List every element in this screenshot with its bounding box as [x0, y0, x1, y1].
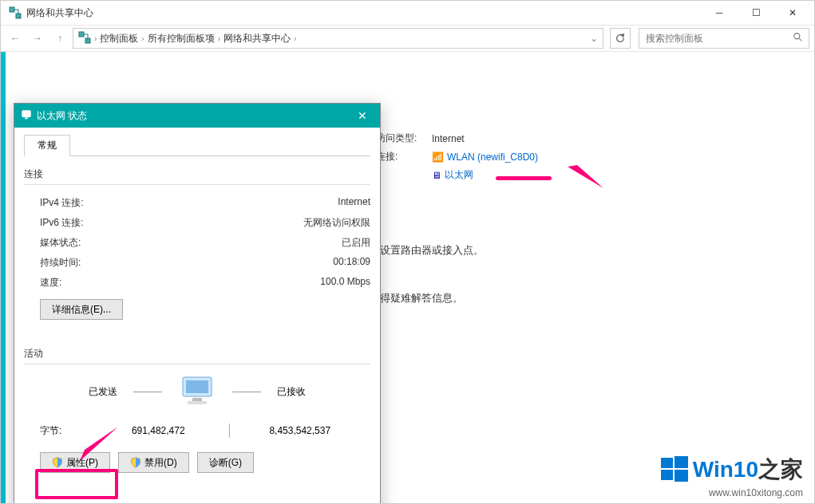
- ipv4-label: IPv4 连接:: [40, 196, 84, 210]
- duration-value: 00:18:09: [333, 256, 370, 270]
- group-connection: 连接: [24, 167, 370, 181]
- windows-logo-icon: [661, 455, 688, 487]
- watermark-url: www.win10xitong.com: [661, 487, 803, 498]
- disable-label: 禁用(D): [144, 456, 177, 470]
- received-label: 已接收: [277, 385, 306, 399]
- sent-label: 已发送: [89, 385, 117, 399]
- annotation-underline: [496, 176, 552, 180]
- computer-icon: [178, 376, 216, 408]
- search-icon: [793, 32, 804, 45]
- media-state-label: 媒体状态:: [40, 236, 81, 250]
- svg-rect-5: [85, 38, 90, 43]
- activity-diagram: 已发送 已接收: [24, 376, 370, 408]
- annotation-arrow: [70, 423, 126, 474]
- refresh-button[interactable]: [610, 28, 631, 49]
- access-type-value: Internet: [432, 133, 465, 144]
- watermark: Win10之家 www.win10xitong.com: [661, 455, 803, 498]
- bytes-received-value: 8,453,542,537: [230, 425, 371, 436]
- breadcrumb[interactable]: › 控制面板 › 所有控制面板项 › 网络和共享中心 › ⌄: [73, 28, 603, 49]
- ipv4-value: Internet: [338, 196, 370, 210]
- svg-rect-17: [675, 456, 688, 468]
- search-input[interactable]: [644, 32, 793, 45]
- svg-rect-16: [661, 458, 673, 468]
- body-text: 或设置路由器或接入点。: [370, 243, 484, 258]
- ethernet-status-dialog: 以太网 状态 ✕ 常规 连接 IPv4 连接:Internet IPv6 连接:…: [14, 103, 381, 504]
- annotation-arrow: [560, 160, 607, 195]
- diagnose-button[interactable]: 诊断(G): [197, 452, 254, 473]
- details-button[interactable]: 详细信息(E)...: [40, 299, 123, 320]
- breadcrumb-item[interactable]: 控制面板: [100, 32, 138, 45]
- svg-rect-15: [188, 401, 207, 404]
- dropdown-icon[interactable]: ⌄: [590, 33, 598, 44]
- chevron-right-icon: ›: [218, 34, 220, 43]
- dialog-titlebar[interactable]: 以太网 状态 ✕: [14, 104, 380, 128]
- svg-rect-1: [16, 14, 21, 18]
- disable-button[interactable]: 禁用(D): [118, 452, 189, 473]
- window-controls: ─ ☐ ✕: [701, 1, 811, 25]
- forward-button[interactable]: →: [28, 29, 47, 48]
- svg-line-9: [799, 37, 802, 41]
- maximize-button[interactable]: ☐: [738, 1, 774, 25]
- svg-rect-14: [192, 398, 202, 401]
- up-button[interactable]: ↑: [50, 29, 69, 48]
- media-state-value: 已启用: [342, 236, 370, 250]
- wifi-icon: 📶: [432, 152, 444, 163]
- ethernet-icon: [21, 109, 32, 123]
- dialog-close-button[interactable]: ✕: [351, 109, 374, 122]
- dialog-tabs: 常规: [24, 134, 370, 156]
- window-title: 网络和共享中心: [26, 6, 93, 20]
- group-activity: 活动: [24, 347, 370, 360]
- ethernet-link[interactable]: 以太网: [445, 168, 473, 182]
- svg-point-8: [794, 33, 800, 38]
- svg-rect-11: [25, 117, 28, 119]
- left-accent-stripe: [1, 52, 6, 503]
- dialog-title: 以太网 状态: [37, 109, 87, 123]
- main-titlebar: 网络和共享中心 ─ ☐ ✕: [1, 1, 814, 25]
- network-icon: [9, 6, 22, 19]
- shield-icon: [52, 457, 63, 468]
- chevron-right-icon: ›: [141, 34, 144, 43]
- minimize-button[interactable]: ─: [701, 1, 738, 25]
- nav-row: ← → ↑ › 控制面板 › 所有控制面板项 › 网络和共享中心 › ⌄: [1, 25, 814, 52]
- ipv6-label: IPv6 连接:: [40, 216, 84, 230]
- speed-label: 速度:: [40, 276, 61, 289]
- network-icon: [78, 31, 91, 46]
- access-type-label: 访问类型:: [376, 132, 432, 145]
- tab-general[interactable]: 常规: [24, 135, 70, 156]
- svg-rect-0: [10, 7, 14, 12]
- breadcrumb-item[interactable]: 网络和共享中心: [224, 32, 291, 45]
- svg-rect-19: [675, 470, 688, 482]
- svg-rect-10: [22, 110, 31, 116]
- watermark-suffix: 之家: [758, 457, 803, 482]
- chevron-right-icon: ›: [94, 34, 97, 43]
- svg-rect-4: [79, 32, 84, 37]
- svg-rect-13: [186, 380, 208, 393]
- search-box[interactable]: [639, 28, 809, 49]
- body-text: 获得疑难解答信息。: [370, 291, 463, 305]
- ethernet-icon: 🖥: [432, 170, 441, 181]
- svg-rect-18: [661, 470, 673, 480]
- speed-value: 100.0 Mbps: [320, 276, 370, 289]
- duration-label: 持续时间:: [40, 256, 81, 270]
- network-info-panel: 访问类型: Internet 连接: 📶 WLAN (newifi_C8D0) …: [376, 132, 798, 187]
- chevron-right-icon: ›: [294, 34, 296, 43]
- wlan-link[interactable]: WLAN (newifi_C8D0): [447, 152, 538, 163]
- shield-icon: [130, 457, 141, 468]
- back-button[interactable]: ←: [6, 29, 25, 48]
- close-button[interactable]: ✕: [774, 1, 811, 25]
- connections-label: 连接:: [376, 150, 432, 163]
- ipv6-value: 无网络访问权限: [303, 216, 370, 230]
- breadcrumb-item[interactable]: 所有控制面板项: [148, 32, 215, 45]
